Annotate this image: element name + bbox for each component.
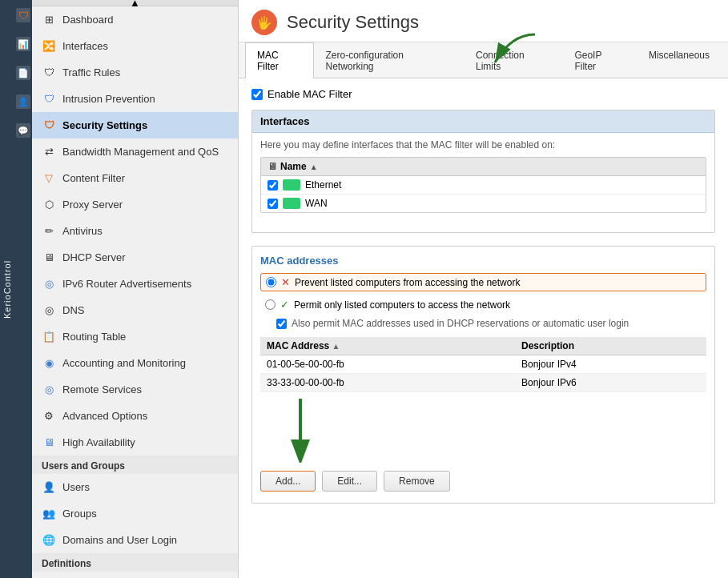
tab-miscellaneous[interactable]: Miscellaneous — [637, 42, 722, 78]
x-icon: ✕ — [281, 276, 290, 288]
sidebar-item-advanced-options[interactable]: ⚙ Advanced Options — [32, 403, 238, 429]
empty-area — [260, 392, 706, 464]
icon-bar-item-user: 👤 — [16, 94, 30, 109]
sidebar-label-high-availability: High Availability — [62, 436, 135, 448]
sidebar-section-users-groups: Users and Groups — [32, 456, 238, 474]
wan-checkbox[interactable] — [267, 199, 278, 209]
sidebar-item-content-filter[interactable]: ▽ Content Filter — [32, 165, 238, 191]
enable-mac-filter-label[interactable]: Enable MAC Filter — [267, 88, 352, 100]
sidebar-scroll-top[interactable]: ▲ — [32, 0, 238, 6]
sidebar-item-dns[interactable]: ◎ DNS — [32, 297, 238, 323]
mac-address-table: MAC Address ▲ Description 01-00-5e-00-00… — [260, 337, 706, 392]
sidebar-item-high-availability[interactable]: 🖥 High Availability — [32, 429, 238, 456]
content-filter-icon: ▽ — [42, 171, 56, 185]
tabs-container: MAC Filter Zero-configuration Networking… — [239, 42, 728, 78]
sidebar-item-ipv6-router[interactable]: ◎ IPv6 Router Advertisements — [32, 271, 238, 297]
add-button[interactable]: Add... — [260, 471, 316, 492]
bandwidth-icon: ⇄ — [42, 144, 56, 159]
mac-address-cell-0: 01-00-5e-00-00-fb — [260, 355, 515, 374]
sidebar-item-users[interactable]: 👤 Users — [32, 474, 238, 500]
sidebar-label-dns: DNS — [62, 304, 84, 316]
sidebar-item-remote-services[interactable]: ◎ Remote Services — [32, 376, 238, 403]
radio-prevent-row[interactable]: ✕ Prevent listed computers from accessin… — [260, 273, 706, 291]
ethernet-label: Ethernet — [305, 179, 341, 191]
kerio-label: KerioControl — [0, 0, 14, 578]
sidebar-label-users: Users — [62, 481, 90, 493]
tab-zero-config[interactable]: Zero-configuration Networking — [314, 42, 464, 78]
edit-button[interactable]: Edit... — [322, 471, 377, 492]
proxy-server-icon: ⬡ — [42, 197, 56, 211]
radio-permit-label: Permit only listed computers to access t… — [294, 299, 510, 311]
sidebar-item-ssl-cert[interactable]: 🔒 SSL Certificates — [32, 572, 238, 578]
groups-icon: 👥 — [42, 506, 56, 520]
enable-mac-filter-row: Enable MAC Filter — [251, 88, 715, 100]
users-icon: 👤 — [42, 480, 56, 494]
interfaces-section: Interfaces Here you may define interface… — [251, 110, 715, 233]
mac-addresses-section: MAC addresses ✕ Prevent listed computers… — [251, 246, 715, 504]
interfaces-desc: Here you may define interfaces that the … — [260, 139, 706, 151]
sidebar-label-groups: Groups — [62, 508, 97, 520]
sidebar-label-ipv6-router: IPv6 Router Advertisements — [62, 278, 191, 290]
check-icon: ✓ — [280, 299, 289, 311]
ethernet-net-icon — [283, 179, 300, 191]
sidebar-item-groups[interactable]: 👥 Groups — [32, 500, 238, 527]
sidebar-label-domains-login: Domains and User Login — [62, 534, 177, 546]
mac-table-header-row: MAC Address ▲ Description — [260, 337, 706, 355]
sidebar-item-domains-login[interactable]: 🌐 Domains and User Login — [32, 527, 238, 553]
sidebar-label-security-settings: Security Settings — [62, 119, 147, 131]
sidebar-item-dashboard[interactable]: ⊞ Dashboard — [32, 6, 238, 33]
interface-row-wan[interactable]: WAN — [261, 195, 706, 212]
tab-geoip-filter[interactable]: GeoIP Filter — [562, 42, 637, 78]
sidebar-item-intrusion-prevention[interactable]: 🛡 Intrusion Prevention — [32, 86, 238, 112]
description-cell-0: Bonjour IPv4 — [515, 355, 706, 374]
radio-prevent[interactable] — [266, 277, 276, 287]
mac-address-cell-1: 33-33-00-00-00-fb — [260, 374, 515, 392]
sidebar-item-interfaces[interactable]: 🔀 Interfaces — [32, 33, 238, 59]
network-icon-header: 🖥 — [267, 161, 277, 172]
sidebar-section-definitions: Definitions — [32, 553, 238, 572]
interface-row-ethernet[interactable]: Ethernet — [261, 176, 706, 195]
routing-icon: 📋 — [42, 329, 56, 343]
sidebar-item-antivirus[interactable]: ✏ Antivirus — [32, 218, 238, 244]
radio-permit[interactable] — [265, 299, 276, 310]
remove-button[interactable]: Remove — [384, 471, 450, 492]
dashboard-icon: ⊞ — [42, 12, 56, 26]
tab-connection-limits[interactable]: Connection Limits — [464, 42, 562, 78]
mac-row-0[interactable]: 01-00-5e-00-00-fb Bonjour IPv4 — [260, 355, 706, 374]
traffic-rules-icon: 🛡 — [42, 65, 56, 79]
sidebar-item-traffic-rules[interactable]: 🛡 Traffic Rules — [32, 59, 238, 86]
sidebar-label-intrusion-prevention: Intrusion Prevention — [62, 93, 155, 105]
sidebar-item-proxy-server[interactable]: ⬡ Proxy Server — [32, 191, 238, 218]
interfaces-section-body: Here you may define interfaces that the … — [252, 133, 714, 232]
also-permit-label: Also permit MAC addresses used in DHCP r… — [292, 318, 629, 329]
remote-services-icon: ◎ — [42, 382, 56, 396]
advanced-options-icon: ⚙ — [42, 408, 56, 423]
mac-sort-arrow: ▲ — [332, 342, 340, 351]
interfaces-table-header-row: 🖥 Name ▲ — [261, 158, 706, 176]
page-title: Security Settings — [287, 12, 419, 33]
also-permit-row[interactable]: Also permit MAC addresses used in DHCP r… — [276, 318, 706, 329]
radio-permit-row[interactable]: ✓ Permit only listed computers to access… — [260, 296, 706, 313]
icon-bar-item-shield: 🛡 — [16, 8, 30, 22]
sidebar-item-dhcp-server[interactable]: 🖥 DHCP Server — [32, 244, 238, 271]
mac-row-1[interactable]: 33-33-00-00-00-fb Bonjour IPv6 — [260, 374, 706, 392]
sidebar-item-accounting[interactable]: ◉ Accounting and Monitoring — [32, 350, 238, 376]
security-settings-icon: 🛡 — [42, 118, 56, 132]
page-header: 🖐 Security Settings — [239, 0, 728, 42]
sidebar-label-bandwidth-qos: Bandwidth Management and QoS — [62, 146, 219, 158]
sidebar-label-interfaces: Interfaces — [62, 40, 108, 52]
sidebar-item-security-settings[interactable]: 🛡 Security Settings — [32, 112, 238, 138]
enable-mac-filter-checkbox[interactable] — [251, 89, 263, 100]
wan-label: WAN — [305, 198, 328, 209]
ethernet-checkbox[interactable] — [267, 180, 278, 191]
intrusion-prevention-icon: 🛡 — [42, 91, 56, 106]
sidebar-item-bandwidth-qos[interactable]: ⇄ Bandwidth Management and QoS — [32, 138, 238, 165]
buttons-row: Add... Edit... Remove — [260, 464, 706, 495]
sidebar-label-remote-services: Remote Services — [62, 383, 142, 395]
tab-mac-filter[interactable]: MAC Filter — [245, 42, 314, 78]
icon-bar-item-doc: 📄 — [16, 66, 30, 80]
sidebar: ▲ ⊞ Dashboard 🔀 Interfaces 🛡 Traffic Rul… — [32, 0, 239, 578]
sidebar-item-routing-table[interactable]: 📋 Routing Table — [32, 323, 238, 350]
sidebar-label-content-filter: Content Filter — [62, 172, 125, 184]
also-permit-checkbox[interactable] — [276, 319, 287, 329]
